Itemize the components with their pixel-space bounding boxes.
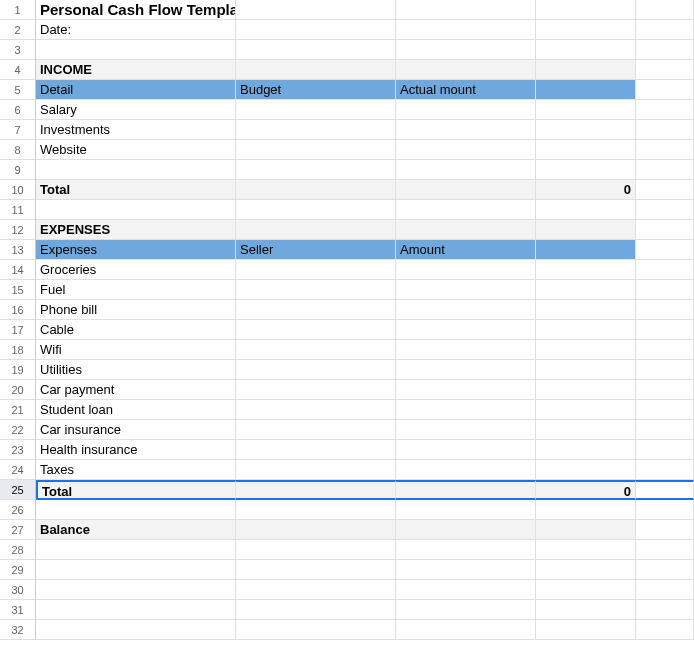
row-header-selected[interactable]: 25 xyxy=(0,480,36,500)
cell[interactable] xyxy=(396,380,536,400)
cell[interactable] xyxy=(636,200,694,220)
cell[interactable] xyxy=(536,340,636,360)
cell[interactable] xyxy=(536,160,636,180)
cell[interactable] xyxy=(396,100,536,120)
cell[interactable] xyxy=(636,80,694,100)
row-header[interactable]: 31 xyxy=(0,600,36,620)
cell[interactable] xyxy=(236,540,396,560)
row-header[interactable]: 32 xyxy=(0,620,36,640)
cell[interactable] xyxy=(396,60,536,80)
cell[interactable] xyxy=(396,20,536,40)
cell[interactable] xyxy=(396,600,536,620)
row-header[interactable]: 3 xyxy=(0,40,36,60)
row-header[interactable]: 1 xyxy=(0,0,36,20)
cell[interactable] xyxy=(236,0,396,20)
income-item[interactable]: Salary xyxy=(36,100,236,120)
cell[interactable] xyxy=(396,40,536,60)
cell[interactable] xyxy=(36,500,236,520)
cell[interactable] xyxy=(536,120,636,140)
cell[interactable] xyxy=(636,600,694,620)
cell[interactable] xyxy=(236,260,396,280)
cell[interactable] xyxy=(636,320,694,340)
cell[interactable] xyxy=(236,520,396,540)
expense-item[interactable]: Student loan xyxy=(36,400,236,420)
cell[interactable] xyxy=(36,540,236,560)
cell[interactable] xyxy=(396,420,536,440)
expenses-col-seller[interactable]: Seller xyxy=(236,240,396,260)
cell[interactable] xyxy=(236,420,396,440)
income-item[interactable]: Investments xyxy=(36,120,236,140)
row-header[interactable]: 7 xyxy=(0,120,36,140)
cell[interactable] xyxy=(536,0,636,20)
cell[interactable] xyxy=(636,240,694,260)
expense-item[interactable]: Car payment xyxy=(36,380,236,400)
cell[interactable] xyxy=(396,300,536,320)
row-header[interactable]: 26 xyxy=(0,500,36,520)
cell[interactable] xyxy=(536,20,636,40)
row-header[interactable]: 12 xyxy=(0,220,36,240)
cell[interactable] xyxy=(236,340,396,360)
cell[interactable] xyxy=(636,140,694,160)
cell[interactable] xyxy=(536,300,636,320)
cell[interactable] xyxy=(396,180,536,200)
row-header[interactable]: 23 xyxy=(0,440,36,460)
cell[interactable] xyxy=(36,200,236,220)
cell[interactable] xyxy=(636,260,694,280)
cell[interactable] xyxy=(536,520,636,540)
cell[interactable] xyxy=(536,320,636,340)
cell[interactable] xyxy=(36,620,236,640)
cell[interactable] xyxy=(636,160,694,180)
row-header[interactable]: 11 xyxy=(0,200,36,220)
row-header[interactable]: 5 xyxy=(0,80,36,100)
cell[interactable] xyxy=(396,440,536,460)
expense-item[interactable]: Fuel xyxy=(36,280,236,300)
cell[interactable] xyxy=(536,220,636,240)
income-total-label[interactable]: Total xyxy=(36,180,236,200)
cell[interactable] xyxy=(396,580,536,600)
expense-item[interactable]: Taxes xyxy=(36,460,236,480)
cell[interactable] xyxy=(236,600,396,620)
cell[interactable] xyxy=(236,360,396,380)
cell[interactable] xyxy=(236,580,396,600)
cell[interactable] xyxy=(396,520,536,540)
cell[interactable] xyxy=(36,600,236,620)
expenses-total-value[interactable]: 0 xyxy=(536,480,636,500)
cell[interactable] xyxy=(236,400,396,420)
row-header[interactable]: 15 xyxy=(0,280,36,300)
cell[interactable] xyxy=(636,20,694,40)
cell[interactable] xyxy=(396,560,536,580)
cell[interactable] xyxy=(236,300,396,320)
income-col-actual[interactable]: Actual mount xyxy=(396,80,536,100)
cell[interactable] xyxy=(36,160,236,180)
expenses-total-label[interactable]: Total xyxy=(36,480,236,500)
cell[interactable] xyxy=(396,0,536,20)
expense-item[interactable]: Car insurance xyxy=(36,420,236,440)
row-header[interactable]: 13 xyxy=(0,240,36,260)
cell[interactable] xyxy=(536,500,636,520)
cell[interactable] xyxy=(396,140,536,160)
row-header[interactable]: 29 xyxy=(0,560,36,580)
cell[interactable] xyxy=(396,340,536,360)
cell[interactable] xyxy=(636,420,694,440)
row-header[interactable]: 2 xyxy=(0,20,36,40)
cell[interactable] xyxy=(236,180,396,200)
cell[interactable] xyxy=(36,560,236,580)
cell[interactable] xyxy=(396,500,536,520)
cell[interactable] xyxy=(636,360,694,380)
cell[interactable] xyxy=(636,380,694,400)
expenses-heading[interactable]: EXPENSES xyxy=(36,220,236,240)
cell[interactable] xyxy=(396,280,536,300)
cell[interactable] xyxy=(236,500,396,520)
cell[interactable] xyxy=(636,180,694,200)
income-item[interactable]: Website xyxy=(36,140,236,160)
row-header[interactable]: 4 xyxy=(0,60,36,80)
cell[interactable] xyxy=(396,320,536,340)
cell[interactable] xyxy=(396,200,536,220)
cell[interactable] xyxy=(236,120,396,140)
cell[interactable] xyxy=(536,140,636,160)
cell[interactable] xyxy=(536,380,636,400)
expense-item[interactable]: Utilities xyxy=(36,360,236,380)
cell[interactable] xyxy=(636,220,694,240)
cell[interactable] xyxy=(636,500,694,520)
cell[interactable] xyxy=(236,60,396,80)
